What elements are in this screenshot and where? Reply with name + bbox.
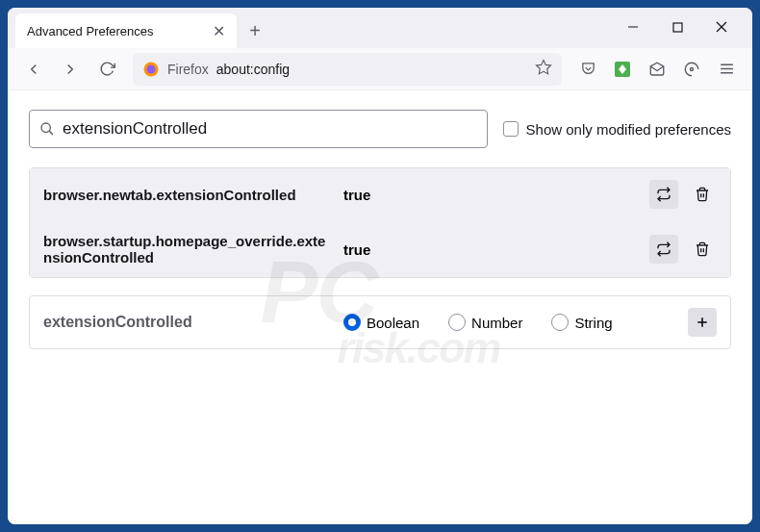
new-pref-name: extensionControlled [43,314,332,331]
checkbox-icon [503,121,519,137]
reload-button[interactable] [90,53,123,86]
extension-icon[interactable] [606,53,639,86]
svg-rect-1 [673,23,682,32]
radio-icon [551,314,569,331]
pref-value: true [343,187,638,203]
inbox-icon[interactable] [641,53,673,86]
url-bar[interactable]: Firefox about:config [133,53,562,86]
maximize-button[interactable] [664,13,691,40]
show-modified-checkbox[interactable]: Show only modified preferences [503,121,731,138]
active-tab[interactable]: Advanced Preferences ✕ [15,13,237,48]
close-window-button[interactable] [708,13,735,40]
url-brand: Firefox [167,62,209,77]
row-actions [649,235,717,264]
row-actions [649,180,717,209]
pocket-icon[interactable] [571,53,604,86]
delete-button[interactable] [688,180,717,209]
trash-icon [695,187,710,202]
svg-line-13 [49,131,53,135]
add-button[interactable] [688,308,717,337]
swap-icon [656,187,671,202]
toolbar-icons [571,53,743,86]
swap-icon [656,241,671,257]
svg-marker-6 [537,60,551,73]
toggle-button[interactable] [649,180,678,209]
search-row: extensionControlled Show only modified p… [29,110,731,148]
minimize-button[interactable] [620,13,646,40]
plus-icon [695,315,710,330]
tab-title: Advanced Preferences [27,24,154,38]
trash-icon [695,241,710,257]
radio-icon [448,314,466,331]
close-icon[interactable]: ✕ [213,22,225,40]
pref-name: browser.newtab.extensionControlled [43,187,332,203]
forward-button[interactable] [54,53,87,86]
menu-button[interactable] [710,53,743,86]
search-value: extensionControlled [63,119,477,139]
dashboard-icon[interactable] [675,53,708,86]
new-tab-button[interactable]: + [241,16,269,45]
nav-toolbar: Firefox about:config [8,48,752,90]
pref-row[interactable]: browser.startup.homepage_override.extens… [30,221,730,277]
page-content: PCrisk.com extensionControlled Show only… [8,90,752,524]
back-button[interactable] [17,53,50,86]
pref-name: browser.startup.homepage_override.extens… [43,233,332,266]
delete-button[interactable] [688,235,717,264]
radio-boolean[interactable]: Boolean [343,314,419,331]
toggle-button[interactable] [649,235,678,264]
radio-number[interactable]: Number [448,314,522,331]
tab-bar: Advanced Preferences ✕ + [8,8,752,48]
radio-icon [343,314,361,331]
svg-point-8 [691,67,694,70]
search-input[interactable]: extensionControlled [29,110,488,148]
pref-value: true [343,241,638,258]
radio-string[interactable]: String [551,314,612,331]
firefox-icon [142,61,160,78]
type-radios: Boolean Number String [343,314,676,331]
checkbox-label: Show only modified preferences [526,121,731,138]
bookmark-star-icon[interactable] [535,59,552,80]
svg-point-12 [41,123,50,132]
add-pref-row: extensionControlled Boolean Number Strin… [29,295,731,349]
plus-icon: + [249,20,261,42]
window-controls [620,13,745,40]
browser-window: Advanced Preferences ✕ + Firefox about:c… [8,8,752,524]
search-icon [39,121,55,137]
svg-point-5 [147,64,156,73]
pref-row[interactable]: browser.newtab.extensionControlled true [30,168,730,221]
results-list: browser.newtab.extensionControlled true … [29,167,731,278]
url-address: about:config [216,62,527,77]
